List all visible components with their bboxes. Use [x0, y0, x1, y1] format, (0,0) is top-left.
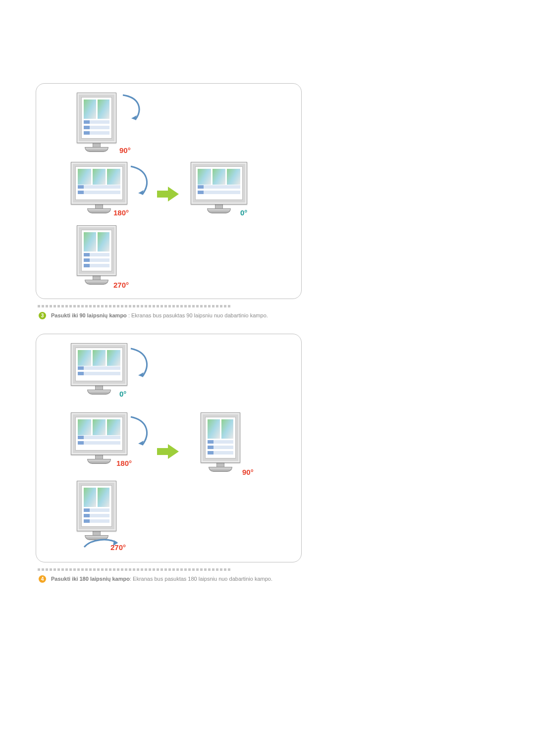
diagram-rotate-180: 0° 180° 270°	[36, 334, 302, 562]
arrow-0	[128, 346, 153, 381]
label-0: 0°	[240, 208, 247, 217]
arrow-90	[120, 93, 145, 122]
item-3-text: Pasukti iki 90 laipsnių kampo : Ekranas …	[51, 311, 268, 320]
result-arrow-icon	[157, 187, 179, 202]
arrow-180b	[128, 414, 153, 449]
monitor-270	[77, 225, 116, 285]
diagram-rotate-90: 90° 180° 270°	[36, 83, 302, 299]
arrow-180	[128, 164, 153, 199]
divider-dots-2	[38, 568, 499, 571]
list-item-3: 3 Pasukti iki 90 laipsnių kampo : Ekrana…	[36, 311, 499, 320]
item-3-desc: Ekranas bus pasuktas 90 laipsniu nuo dab…	[131, 312, 268, 318]
divider-dots	[38, 305, 499, 307]
item-4-desc: Ekranas bus pasuktas 180 laipsniu nuo da…	[133, 576, 272, 582]
monitor-180	[71, 162, 127, 213]
badge-4-icon: 4	[39, 575, 46, 583]
label-180b: 180°	[116, 459, 132, 467]
list-item-4: 4 Pasukti iki 180 laipsnių kampo: Ekrana…	[36, 575, 499, 583]
label-270b: 270°	[110, 543, 126, 552]
monitor-result-0	[191, 162, 247, 213]
badge-3-icon: 3	[39, 312, 46, 319]
item-3-title: Pasukti iki 90 laipsnių kampo	[51, 312, 127, 318]
item-4-title: Pasukti iki 180 laipsnių kampo	[51, 576, 130, 582]
label-270: 270°	[113, 281, 129, 289]
monitor-0	[71, 343, 127, 395]
label-90: 90°	[119, 146, 131, 154]
monitor-90	[77, 93, 116, 152]
label-0b: 0°	[119, 390, 126, 398]
monitor-180b	[71, 412, 127, 464]
result-arrow-icon-2	[157, 444, 179, 459]
monitor-result-90	[201, 412, 240, 472]
label-180: 180°	[113, 208, 129, 217]
monitor-270b	[77, 481, 116, 540]
item-4-text: Pasukti iki 180 laipsnių kampo: Ekranas …	[51, 575, 272, 583]
label-90b: 90°	[242, 468, 254, 476]
